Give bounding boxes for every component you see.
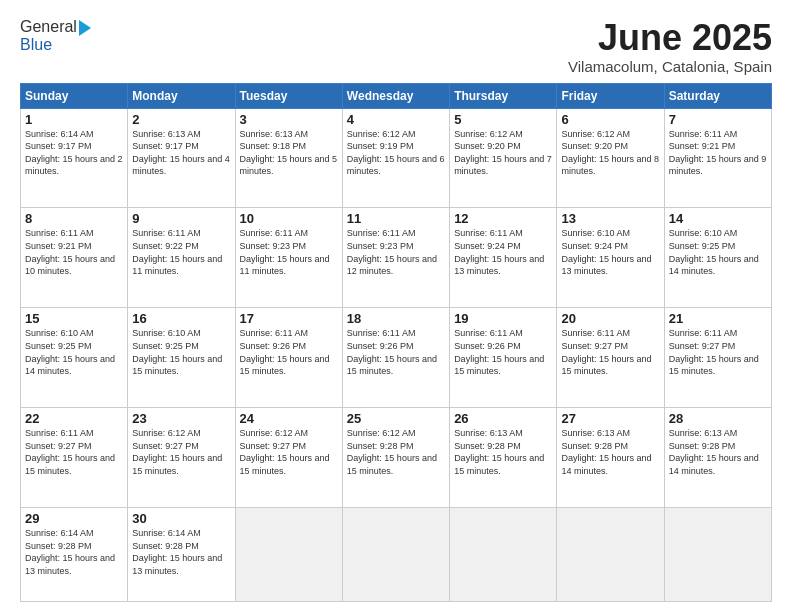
day-info: Sunrise: 6:14 AMSunset: 9:28 PMDaylight:…: [25, 528, 115, 576]
day-number: 14: [669, 211, 767, 226]
table-row: 8Sunrise: 6:11 AMSunset: 9:21 PMDaylight…: [21, 208, 128, 308]
day-info: Sunrise: 6:12 AMSunset: 9:20 PMDaylight:…: [454, 129, 552, 177]
day-number: 20: [561, 311, 659, 326]
day-number: 6: [561, 112, 659, 127]
table-row: 29Sunrise: 6:14 AMSunset: 9:28 PMDayligh…: [21, 508, 128, 602]
day-number: 22: [25, 411, 123, 426]
day-info: Sunrise: 6:11 AMSunset: 9:27 PMDaylight:…: [561, 328, 651, 376]
col-sunday: Sunday: [21, 83, 128, 108]
day-info: Sunrise: 6:13 AMSunset: 9:28 PMDaylight:…: [454, 428, 544, 476]
table-row: 12Sunrise: 6:11 AMSunset: 9:24 PMDayligh…: [450, 208, 557, 308]
logo-arrow-icon: [79, 20, 91, 36]
table-row: 23Sunrise: 6:12 AMSunset: 9:27 PMDayligh…: [128, 408, 235, 508]
calendar-header-row: Sunday Monday Tuesday Wednesday Thursday…: [21, 83, 772, 108]
day-info: Sunrise: 6:11 AMSunset: 9:21 PMDaylight:…: [25, 228, 115, 276]
day-number: 4: [347, 112, 445, 127]
day-info: Sunrise: 6:14 AMSunset: 9:17 PMDaylight:…: [25, 129, 123, 177]
day-number: 11: [347, 211, 445, 226]
day-info: Sunrise: 6:14 AMSunset: 9:28 PMDaylight:…: [132, 528, 222, 576]
table-row: 11Sunrise: 6:11 AMSunset: 9:23 PMDayligh…: [342, 208, 449, 308]
day-number: 29: [25, 511, 123, 526]
day-info: Sunrise: 6:11 AMSunset: 9:23 PMDaylight:…: [240, 228, 330, 276]
day-info: Sunrise: 6:12 AMSunset: 9:27 PMDaylight:…: [240, 428, 330, 476]
table-row: 22Sunrise: 6:11 AMSunset: 9:27 PMDayligh…: [21, 408, 128, 508]
day-info: Sunrise: 6:13 AMSunset: 9:28 PMDaylight:…: [561, 428, 651, 476]
day-number: 3: [240, 112, 338, 127]
day-number: 1: [25, 112, 123, 127]
day-info: Sunrise: 6:11 AMSunset: 9:27 PMDaylight:…: [25, 428, 115, 476]
logo-blue-text: Blue: [20, 36, 52, 53]
table-row: 5Sunrise: 6:12 AMSunset: 9:20 PMDaylight…: [450, 108, 557, 208]
table-row: 30Sunrise: 6:14 AMSunset: 9:28 PMDayligh…: [128, 508, 235, 602]
header: General Blue June 2025 Vilamacolum, Cata…: [20, 18, 772, 75]
table-row: 27Sunrise: 6:13 AMSunset: 9:28 PMDayligh…: [557, 408, 664, 508]
table-row: 10Sunrise: 6:11 AMSunset: 9:23 PMDayligh…: [235, 208, 342, 308]
col-thursday: Thursday: [450, 83, 557, 108]
day-number: 13: [561, 211, 659, 226]
table-row: 28Sunrise: 6:13 AMSunset: 9:28 PMDayligh…: [664, 408, 771, 508]
day-info: Sunrise: 6:10 AMSunset: 9:25 PMDaylight:…: [25, 328, 115, 376]
table-row: 14Sunrise: 6:10 AMSunset: 9:25 PMDayligh…: [664, 208, 771, 308]
logo-general-text: General: [20, 18, 77, 35]
table-row: 17Sunrise: 6:11 AMSunset: 9:26 PMDayligh…: [235, 308, 342, 408]
day-info: Sunrise: 6:12 AMSunset: 9:27 PMDaylight:…: [132, 428, 222, 476]
day-number: 27: [561, 411, 659, 426]
table-row: 1Sunrise: 6:14 AMSunset: 9:17 PMDaylight…: [21, 108, 128, 208]
day-number: 5: [454, 112, 552, 127]
table-row: 13Sunrise: 6:10 AMSunset: 9:24 PMDayligh…: [557, 208, 664, 308]
day-info: Sunrise: 6:11 AMSunset: 9:26 PMDaylight:…: [240, 328, 330, 376]
table-row: [450, 508, 557, 602]
day-number: 10: [240, 211, 338, 226]
table-row: 24Sunrise: 6:12 AMSunset: 9:27 PMDayligh…: [235, 408, 342, 508]
table-row: [342, 508, 449, 602]
table-row: 2Sunrise: 6:13 AMSunset: 9:17 PMDaylight…: [128, 108, 235, 208]
table-row: 7Sunrise: 6:11 AMSunset: 9:21 PMDaylight…: [664, 108, 771, 208]
day-number: 8: [25, 211, 123, 226]
day-number: 16: [132, 311, 230, 326]
table-row: [557, 508, 664, 602]
table-row: 20Sunrise: 6:11 AMSunset: 9:27 PMDayligh…: [557, 308, 664, 408]
day-info: Sunrise: 6:10 AMSunset: 9:25 PMDaylight:…: [669, 228, 759, 276]
day-number: 12: [454, 211, 552, 226]
page: General Blue June 2025 Vilamacolum, Cata…: [0, 0, 792, 612]
day-number: 18: [347, 311, 445, 326]
col-tuesday: Tuesday: [235, 83, 342, 108]
day-info: Sunrise: 6:12 AMSunset: 9:28 PMDaylight:…: [347, 428, 437, 476]
day-number: 26: [454, 411, 552, 426]
col-saturday: Saturday: [664, 83, 771, 108]
col-wednesday: Wednesday: [342, 83, 449, 108]
day-info: Sunrise: 6:12 AMSunset: 9:20 PMDaylight:…: [561, 129, 659, 177]
day-number: 21: [669, 311, 767, 326]
table-row: 4Sunrise: 6:12 AMSunset: 9:19 PMDaylight…: [342, 108, 449, 208]
day-info: Sunrise: 6:11 AMSunset: 9:21 PMDaylight:…: [669, 129, 767, 177]
day-info: Sunrise: 6:11 AMSunset: 9:27 PMDaylight:…: [669, 328, 759, 376]
day-number: 17: [240, 311, 338, 326]
table-row: 26Sunrise: 6:13 AMSunset: 9:28 PMDayligh…: [450, 408, 557, 508]
day-info: Sunrise: 6:10 AMSunset: 9:25 PMDaylight:…: [132, 328, 222, 376]
table-row: 3Sunrise: 6:13 AMSunset: 9:18 PMDaylight…: [235, 108, 342, 208]
location-title: Vilamacolum, Catalonia, Spain: [568, 58, 772, 75]
month-title: June 2025: [568, 18, 772, 58]
table-row: 16Sunrise: 6:10 AMSunset: 9:25 PMDayligh…: [128, 308, 235, 408]
logo: General Blue: [20, 18, 91, 54]
day-info: Sunrise: 6:11 AMSunset: 9:26 PMDaylight:…: [347, 328, 437, 376]
day-info: Sunrise: 6:13 AMSunset: 9:17 PMDaylight:…: [132, 129, 230, 177]
day-number: 19: [454, 311, 552, 326]
table-row: 9Sunrise: 6:11 AMSunset: 9:22 PMDaylight…: [128, 208, 235, 308]
day-number: 15: [25, 311, 123, 326]
day-info: Sunrise: 6:11 AMSunset: 9:23 PMDaylight:…: [347, 228, 437, 276]
table-row: [235, 508, 342, 602]
col-monday: Monday: [128, 83, 235, 108]
table-row: 19Sunrise: 6:11 AMSunset: 9:26 PMDayligh…: [450, 308, 557, 408]
day-info: Sunrise: 6:13 AMSunset: 9:28 PMDaylight:…: [669, 428, 759, 476]
day-number: 28: [669, 411, 767, 426]
day-info: Sunrise: 6:11 AMSunset: 9:24 PMDaylight:…: [454, 228, 544, 276]
table-row: 6Sunrise: 6:12 AMSunset: 9:20 PMDaylight…: [557, 108, 664, 208]
table-row: 21Sunrise: 6:11 AMSunset: 9:27 PMDayligh…: [664, 308, 771, 408]
day-number: 23: [132, 411, 230, 426]
day-info: Sunrise: 6:12 AMSunset: 9:19 PMDaylight:…: [347, 129, 445, 177]
day-info: Sunrise: 6:11 AMSunset: 9:26 PMDaylight:…: [454, 328, 544, 376]
day-number: 25: [347, 411, 445, 426]
day-number: 9: [132, 211, 230, 226]
table-row: 15Sunrise: 6:10 AMSunset: 9:25 PMDayligh…: [21, 308, 128, 408]
